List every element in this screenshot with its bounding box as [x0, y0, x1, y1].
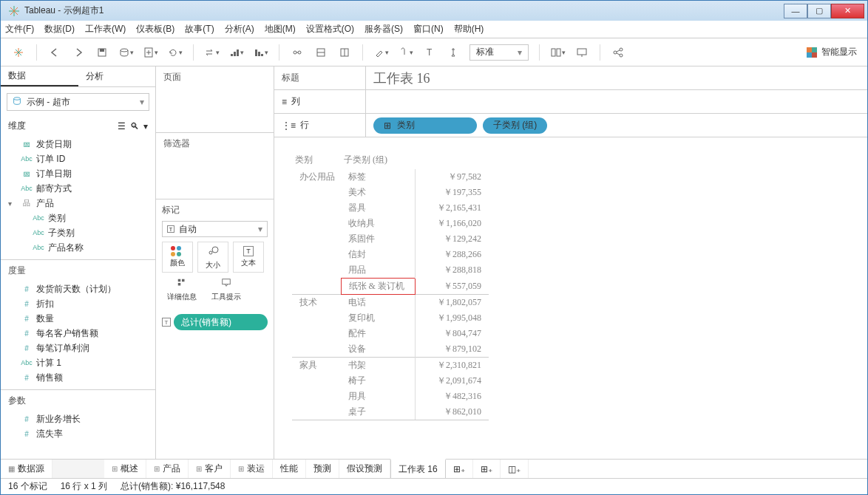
field-item[interactable]: Abc产品名称	[1, 240, 155, 255]
field-item[interactable]: Abc邮寄方式	[1, 181, 155, 196]
new-worksheet-icon[interactable]: ▾	[143, 44, 158, 61]
field-item[interactable]: 📅︎发货日期	[1, 137, 155, 151]
menu-item[interactable]: 设置格式(O)	[306, 23, 354, 35]
size-card[interactable]: 大小	[197, 242, 228, 273]
sheet-tab[interactable]: 假设预测	[339, 460, 390, 478]
tooltip-card[interactable]: 工具提示	[206, 276, 246, 304]
sort-asc-icon[interactable]: ▾	[228, 44, 244, 61]
table-row[interactable]: 美术￥197,355	[292, 185, 489, 200]
sheet-tab[interactable]: 性能	[273, 460, 306, 478]
share-icon[interactable]	[611, 44, 625, 61]
table-row[interactable]: 用具￥482,316	[292, 389, 489, 404]
field-item[interactable]: 📅︎订单日期	[1, 166, 155, 181]
sheet-tab[interactable]: 工作表 16	[390, 459, 446, 478]
sheet-tab[interactable]: ⊞装运	[231, 460, 273, 478]
field-item[interactable]: #流失率	[1, 426, 155, 441]
menu-item[interactable]: 仪表板(B)	[136, 23, 174, 35]
sheet-tab[interactable]: 预测	[306, 460, 339, 478]
tableau-logo-icon[interactable]	[11, 44, 26, 61]
text-card[interactable]: T文本	[233, 242, 264, 273]
sort-desc-icon[interactable]: ▾	[253, 44, 268, 61]
show-cards-icon[interactable]: ▾	[550, 44, 566, 61]
color-card[interactable]: 颜色	[162, 242, 193, 273]
sheet-tab[interactable]: ⊞概述	[104, 460, 146, 478]
menu-item[interactable]: 文件(F)	[5, 23, 34, 35]
table-row[interactable]: 椅子￥2,091,674	[292, 373, 489, 389]
text-icon[interactable]: T	[422, 44, 437, 61]
row-pill[interactable]: 子类别 (组)	[483, 117, 547, 134]
rows-shelf[interactable]: ⊞类别子类别 (组)	[366, 117, 867, 134]
visualization-area[interactable]: 类别子类别 (组) 办公用品标签￥97,582美术￥197,355器具￥2,16…	[274, 137, 867, 459]
table-row[interactable]: 系固件￥129,242	[292, 231, 489, 247]
field-item[interactable]: #发货前天数（计划）	[1, 281, 155, 296]
clip-icon[interactable]: ▾	[398, 44, 413, 61]
refresh-icon[interactable]: ▾	[167, 44, 183, 61]
maximize-button[interactable]: ▢	[807, 4, 831, 18]
mark-type-selector[interactable]: T 自动▾	[162, 221, 268, 237]
abc-icon[interactable]	[337, 44, 352, 61]
table-row[interactable]: 用品￥288,818	[292, 262, 489, 279]
table-row[interactable]: 器具￥2,165,431	[292, 200, 489, 216]
field-item[interactable]: #每笔订单利润	[1, 341, 155, 355]
new-dashboard-tab[interactable]: ⊞₊	[473, 460, 501, 478]
field-item[interactable]: #销售额	[1, 370, 155, 385]
menu-item[interactable]: 故事(T)	[185, 23, 214, 35]
table-row[interactable]: 收纳具￥1,166,020	[292, 216, 489, 231]
field-item[interactable]: Abc计算 1	[1, 355, 155, 370]
menu-item[interactable]: 窗口(N)	[413, 23, 444, 35]
field-item[interactable]: Abc订单 ID	[1, 151, 155, 166]
field-item[interactable]: Abc类别	[1, 211, 155, 225]
menu-item[interactable]: 工作表(W)	[85, 23, 126, 35]
rows-label[interactable]: ⋮≡行	[274, 114, 366, 137]
close-button[interactable]: ✕	[831, 4, 864, 18]
pages-shelf[interactable]: 页面	[156, 66, 274, 88]
view-list-icon[interactable]: ☰	[118, 121, 126, 132]
tab-datasource[interactable]: ▦数据源	[1, 460, 52, 478]
new-datasource-icon[interactable]: ▾	[118, 44, 134, 61]
table-row[interactable]: 配件￥804,747	[292, 326, 489, 341]
save-icon[interactable]	[95, 44, 109, 61]
tab-analysis[interactable]: 分析	[78, 66, 156, 86]
minimize-button[interactable]: —	[784, 4, 807, 18]
swap-icon[interactable]: ▾	[204, 44, 220, 61]
group-icon[interactable]	[290, 44, 305, 61]
menu-item[interactable]: 帮助(H)	[454, 23, 484, 35]
menu-item[interactable]: 地图(M)	[265, 23, 296, 35]
field-item[interactable]: #每名客户销售额	[1, 326, 155, 341]
chevron-down-icon[interactable]: ▾	[143, 121, 148, 132]
new-story-tab[interactable]: ◫₊	[501, 460, 529, 478]
detail-card[interactable]: 详细信息	[162, 276, 202, 304]
presentation-icon[interactable]	[574, 44, 589, 61]
field-item[interactable]: #数量	[1, 311, 155, 326]
menu-item[interactable]: 分析(A)	[225, 23, 254, 35]
field-item[interactable]: Abc子类别	[1, 225, 155, 240]
marks-pill-sum-sales[interactable]: 总计(销售额)	[174, 314, 268, 330]
table-row[interactable]: 技术电话￥1,802,057	[292, 295, 489, 311]
row-pill[interactable]: ⊞类别	[373, 117, 477, 134]
menu-item[interactable]: 数据(D)	[44, 23, 75, 35]
table-row[interactable]: 设备￥879,102	[292, 341, 489, 358]
tab-data[interactable]: 数据	[1, 66, 78, 86]
sheet-tab[interactable]: ⊞产品	[146, 460, 189, 478]
table-row[interactable]: 家具书架￥2,310,821	[292, 358, 489, 374]
expand-caret-icon[interactable]: ▾	[8, 199, 12, 208]
undo-icon[interactable]	[47, 44, 62, 61]
table-row[interactable]: 复印机￥1,995,048	[292, 310, 489, 326]
field-item[interactable]: #新业务增长	[1, 412, 155, 426]
field-item[interactable]: #折扣	[1, 296, 155, 311]
show-me-button[interactable]: 智能显示	[807, 46, 857, 58]
columns-label[interactable]: ≡列	[274, 90, 366, 113]
table-row[interactable]: 桌子￥862,010	[292, 404, 489, 420]
table-row[interactable]: 信封￥288,266	[292, 247, 489, 262]
sheet-title[interactable]: 工作表 16	[373, 69, 430, 87]
expand-icon[interactable]: ⊞	[384, 120, 391, 131]
filters-shelf[interactable]: 筛选器	[156, 133, 274, 154]
new-worksheet-tab[interactable]: ⊞₊	[446, 460, 473, 478]
table-row[interactable]: 办公用品标签￥97,582	[292, 169, 489, 185]
search-icon[interactable]: 🔍︎	[130, 121, 139, 132]
menu-item[interactable]: 服务器(S)	[365, 23, 403, 35]
redo-icon[interactable]	[71, 44, 86, 61]
highlight-icon[interactable]: ▾	[373, 44, 389, 61]
fit-selector[interactable]: 标准▾	[469, 44, 529, 61]
table-row[interactable]: 纸张 & 装订机￥557,059	[292, 279, 489, 295]
